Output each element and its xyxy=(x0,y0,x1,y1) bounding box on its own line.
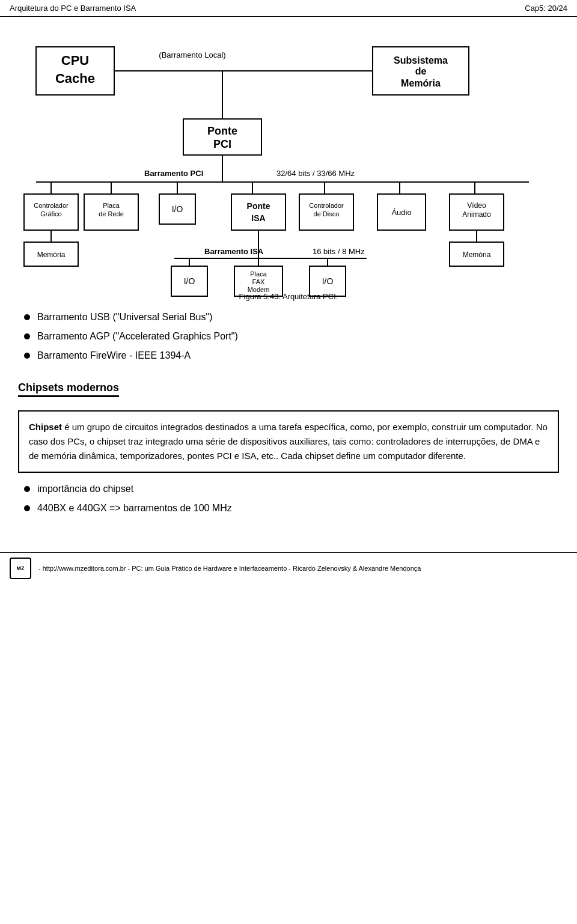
svg-text:Controlador: Controlador xyxy=(34,202,69,209)
footer-text: - http://www.mzeditora.com.br - PC: um G… xyxy=(38,565,421,572)
svg-text:Vídeo: Vídeo xyxy=(467,201,486,210)
bullet-list-1: Barramento USB ("Universal Serial Bus") … xyxy=(24,312,559,361)
svg-rect-35 xyxy=(231,194,285,230)
cache-label: Cache xyxy=(55,71,95,86)
bullet-dot-2 xyxy=(24,333,30,339)
svg-text:Animado: Animado xyxy=(462,210,491,219)
svg-text:Memória: Memória xyxy=(37,251,66,259)
more-bullet-dot-2 xyxy=(24,505,30,511)
svg-text:Controlador: Controlador xyxy=(309,202,344,209)
svg-text:Placa: Placa xyxy=(250,270,267,278)
svg-text:de: de xyxy=(415,66,427,76)
svg-text:PCI: PCI xyxy=(213,138,231,150)
svg-text:Ponte: Ponte xyxy=(207,125,237,137)
svg-text:Placa: Placa xyxy=(103,202,120,209)
barramento-local-label: (Barramento Local) xyxy=(159,50,225,59)
page-footer: MZ - http://www.mzeditora.com.br - PC: u… xyxy=(0,552,577,584)
bullet-dot-1 xyxy=(24,314,30,320)
svg-text:Ponte: Ponte xyxy=(247,201,270,211)
svg-text:Subsistema: Subsistema xyxy=(394,55,448,65)
bullet-list-2: importância do chipset 440BX e 440GX => … xyxy=(24,484,559,514)
more-bullet-item-2: 440BX e 440GX => barramentos de 100 MHz xyxy=(24,503,559,514)
bullet-item-2: Barramento AGP ("Accelerated Graphics Po… xyxy=(24,331,559,342)
svg-text:ISA: ISA xyxy=(251,213,265,223)
svg-text:de Disco: de Disco xyxy=(314,210,340,217)
svg-text:de Rede: de Rede xyxy=(99,210,124,217)
chipsets-heading: Chipsets modernos xyxy=(18,381,119,397)
svg-text:32/64 bits / 33/66 MHz: 32/64 bits / 33/66 MHz xyxy=(276,169,355,178)
cpu-label: CPU xyxy=(61,53,89,68)
bullet-dot-3 xyxy=(24,353,30,359)
svg-text:I/O: I/O xyxy=(184,276,195,286)
bullet-item-3: Barramento FireWire - IEEE 1394-A xyxy=(24,350,559,361)
header-title: Arquitetura do PC e Barramento ISA xyxy=(10,4,136,13)
chipset-bold: Chipset xyxy=(29,422,62,432)
more-bullet-dot-1 xyxy=(24,486,30,492)
more-bullet-item-1: importância do chipset xyxy=(24,484,559,494)
diagram-container: CPU Cache (Barramento Local) Subsistema … xyxy=(18,29,559,301)
svg-text:Gráfico: Gráfico xyxy=(40,210,61,217)
svg-text:I/O: I/O xyxy=(172,204,183,214)
chipset-box: Chipset é um grupo de circuitos integrad… xyxy=(18,410,559,473)
chipset-text-rest: é um grupo de circuitos integrados desti… xyxy=(29,422,548,461)
svg-text:Memória: Memória xyxy=(401,78,441,88)
footer-logo: MZ xyxy=(10,558,31,579)
svg-text:Barramento ISA: Barramento ISA xyxy=(204,247,264,256)
svg-text:Áudio: Áudio xyxy=(391,208,411,217)
header-page: Cap5: 20/24 xyxy=(525,4,567,13)
bullet-item-1: Barramento USB ("Universal Serial Bus") xyxy=(24,312,559,323)
svg-text:FAX: FAX xyxy=(252,278,265,285)
svg-text:16 bits / 8 MHz: 16 bits / 8 MHz xyxy=(313,247,365,256)
architecture-diagram: CPU Cache (Barramento Local) Subsistema … xyxy=(18,29,559,287)
svg-text:Memória: Memória xyxy=(463,251,491,259)
svg-text:I/O: I/O xyxy=(322,276,334,286)
page-header: Arquitetura do PC e Barramento ISA Cap5:… xyxy=(0,0,577,17)
figure-caption: Figura 5.43. Arquitetura PCI. xyxy=(239,292,338,301)
svg-text:Barramento PCI: Barramento PCI xyxy=(144,169,203,178)
page-content: CPU Cache (Barramento Local) Subsistema … xyxy=(0,17,577,534)
